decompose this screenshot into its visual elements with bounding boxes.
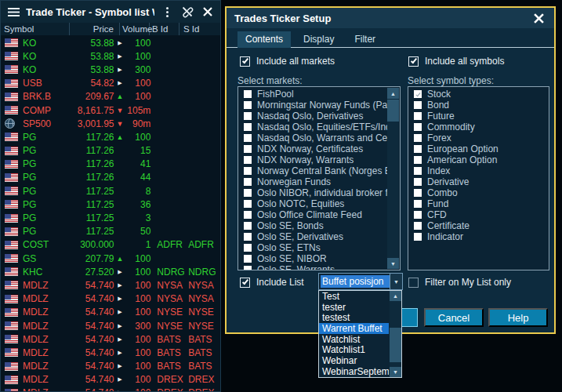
list-item[interactable]: Indicator	[408, 231, 547, 242]
scrollbar-thumb[interactable]	[387, 100, 399, 122]
dropdown-item[interactable]: Test	[319, 291, 389, 302]
checkbox-icon[interactable]	[244, 123, 252, 131]
scroll-up-icon[interactable]: ▲	[390, 291, 401, 301]
markets-scrollbar[interactable]: ▲ ▼	[387, 88, 399, 269]
column-header-price[interactable]: Price	[70, 23, 120, 35]
checkbox-icon[interactable]	[414, 211, 422, 219]
list-item[interactable]: Certificate	[408, 220, 547, 231]
table-row[interactable]: PG117.2641	[2, 158, 219, 171]
table-row[interactable]: MDLZ54.740▶100BATSBATS	[2, 360, 219, 373]
checkbox-icon[interactable]	[414, 134, 422, 142]
column-header-symbol[interactable]: Symbol	[1, 23, 70, 35]
checkbox-icon[interactable]	[414, 189, 422, 197]
dropdown-item[interactable]: Watchlist1	[319, 344, 389, 355]
list-item[interactable]: NDX Norway, Certificates	[238, 143, 387, 154]
checkbox-icon[interactable]	[240, 278, 250, 288]
list-item[interactable]: Oslo SE, ETNs	[238, 242, 387, 253]
checkbox-icon[interactable]	[408, 278, 419, 288]
table-row[interactable]: MDLZ54.740▶100DREXDREX	[2, 373, 219, 387]
ticker-titlebar[interactable]: Trade Ticker - Symbol list War...	[1, 1, 220, 23]
scroll-down-icon[interactable]: ▼	[390, 367, 401, 377]
column-header-sid[interactable]: S Id	[179, 23, 214, 35]
checkbox-icon[interactable]	[244, 211, 252, 219]
dropdown-item[interactable]: Warrent Buffet	[319, 323, 389, 334]
checkbox-icon[interactable]	[244, 145, 252, 153]
tab-filter[interactable]: Filter	[346, 31, 383, 48]
help-button[interactable]: Help	[488, 308, 548, 327]
table-row[interactable]: BRK.B209.67▲100	[2, 90, 219, 103]
dropdown-item[interactable]: Watchlist	[319, 334, 389, 345]
table-row[interactable]: MDLZ54.740▶100NYSENYSE	[2, 306, 219, 319]
table-row[interactable]: MDLZ54.740▶100NYSANYSA	[2, 278, 219, 292]
table-row[interactable]: SP5003,001.95▼90m	[2, 117, 219, 130]
kebab-menu-icon[interactable]	[159, 4, 175, 20]
dropdown-scrollbar[interactable]: ▲ ▼	[390, 291, 401, 377]
checkbox-icon[interactable]	[244, 255, 252, 263]
list-item[interactable]: Oslo NIBOR, individual broker feed	[238, 187, 387, 198]
scroll-up-icon[interactable]: ▲	[387, 88, 399, 99]
list-item[interactable]: Oslo SE, Bonds	[238, 220, 387, 231]
list-item[interactable]: Nasdaq Oslo, Derivatives	[238, 111, 387, 122]
table-row[interactable]: KHC27.520▶100NDRGNDRG	[2, 265, 219, 278]
column-header-bid[interactable]: B Id	[150, 23, 179, 35]
cancel-button[interactable]: Cancel	[424, 308, 484, 327]
list-item[interactable]: Norway Central Bank (Norges Bar	[238, 165, 387, 176]
table-row[interactable]: PG117.2550	[2, 225, 219, 238]
checkbox-icon[interactable]	[240, 56, 250, 67]
table-row[interactable]: PG117.26▲100	[2, 130, 219, 143]
list-item[interactable]: Combo	[408, 187, 547, 198]
table-row[interactable]: MDLZ54.740▶100BATSBATS	[2, 332, 219, 346]
table-row[interactable]: MDLZ54.740▶100BATSBATS	[2, 346, 219, 359]
dialog-close-icon[interactable]	[531, 10, 546, 26]
include-all-symbols-checkbox[interactable]: Include all symbols	[408, 56, 504, 67]
checkbox-icon[interactable]	[244, 233, 252, 241]
table-row[interactable]: PG117.2536	[2, 198, 219, 211]
list-item[interactable]: Nasdaq Oslo, Warrants and Certif	[238, 132, 387, 143]
checkbox-icon[interactable]	[414, 145, 422, 153]
list-item[interactable]: Fund	[408, 198, 547, 209]
checkbox-icon[interactable]	[414, 222, 422, 230]
menu-icon[interactable]	[5, 4, 21, 20]
list-item[interactable]: Oslo NOTC, Equities	[238, 198, 387, 209]
checkbox-icon[interactable]	[414, 90, 422, 98]
list-item[interactable]: Oslo SE, Derivatives	[238, 231, 387, 242]
table-row[interactable]: PG117.253	[2, 211, 219, 224]
checkbox-icon[interactable]	[244, 200, 252, 208]
include-list-checkbox[interactable]: Include List	[240, 277, 304, 288]
table-row[interactable]: KO53.88▶100	[2, 36, 219, 49]
checkbox-icon[interactable]	[244, 101, 252, 109]
list-item[interactable]: Future	[408, 111, 547, 122]
filter-on-my-list-checkbox[interactable]: Filter on My List only	[408, 277, 511, 288]
combobox-dropdown-icon[interactable]: ▼	[390, 274, 402, 289]
table-row[interactable]: GS207.79▲100	[2, 252, 219, 265]
list-item[interactable]: Oslo Office Climate Feed	[238, 209, 387, 220]
checkbox-icon[interactable]	[414, 156, 422, 164]
checkbox-icon[interactable]	[414, 123, 422, 131]
list-item[interactable]: Commodity	[408, 122, 547, 132]
list-item[interactable]: Nasdaq Oslo, Equities/ETFs/Indice	[238, 122, 387, 132]
checkbox-icon[interactable]	[244, 167, 252, 175]
checkbox-icon[interactable]	[414, 112, 422, 120]
list-item[interactable]: Oslo SE, NIBOR	[238, 253, 387, 264]
checkbox-icon[interactable]	[244, 134, 252, 142]
list-item[interactable]: Derivative	[408, 176, 547, 187]
dropdown-item[interactable]: Webinar	[319, 355, 389, 366]
column-header-volume[interactable]: Volume	[120, 23, 150, 35]
close-icon[interactable]	[200, 4, 216, 20]
checkbox-icon[interactable]	[414, 178, 422, 186]
scroll-down-icon[interactable]: ▼	[387, 258, 399, 269]
table-row[interactable]: USB54.82▶100	[2, 77, 219, 90]
checkbox-icon[interactable]	[244, 178, 252, 186]
list-item[interactable]: Bond	[408, 100, 547, 111]
list-item[interactable]: FishPool	[238, 89, 387, 100]
checkbox-icon[interactable]	[244, 112, 252, 120]
dropdown-item[interactable]: WebinarSeptember	[319, 366, 389, 377]
checkbox-icon[interactable]	[414, 200, 422, 208]
list-item[interactable]: Morningstar Norway Funds (Paret	[238, 100, 387, 111]
checkbox-icon[interactable]	[244, 266, 252, 270]
tab-contents[interactable]: Contents	[237, 31, 291, 48]
checkbox-icon[interactable]	[408, 56, 419, 67]
table-row[interactable]: PG117.258	[2, 184, 219, 198]
checkbox-icon[interactable]	[244, 222, 252, 230]
list-item[interactable]: European Option	[408, 143, 547, 154]
